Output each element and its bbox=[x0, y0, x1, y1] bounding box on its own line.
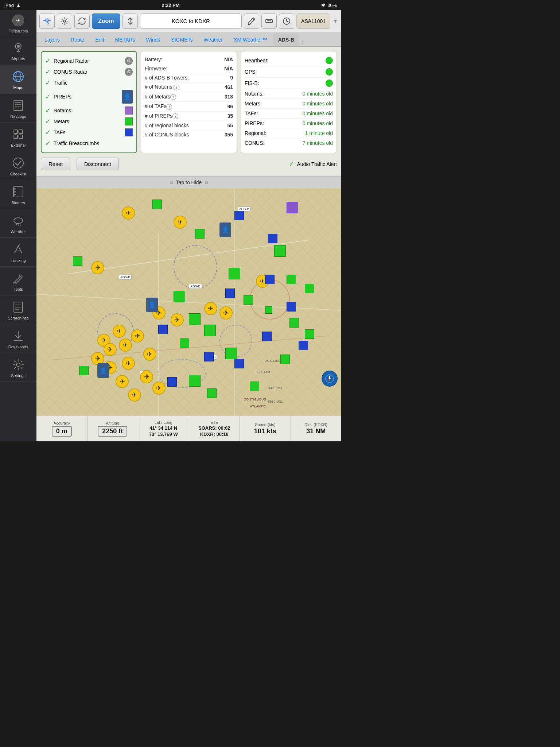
metar-marker-19[interactable] bbox=[189, 375, 201, 387]
conus-radar-gear[interactable]: ⚙ bbox=[125, 68, 133, 76]
taf-marker-3[interactable] bbox=[265, 275, 275, 284]
sidebar-item-tracking[interactable]: Tracking bbox=[0, 238, 36, 267]
tab-sigmets[interactable]: SIGMETs bbox=[166, 34, 198, 46]
traffic-check[interactable]: ✓ bbox=[45, 79, 51, 87]
taf-marker-11[interactable] bbox=[167, 377, 177, 387]
tap-to-hide-bar[interactable]: ≡ Tap to Hide ≡ bbox=[36, 177, 341, 188]
pirep-marker-2[interactable]: 👤 bbox=[146, 298, 158, 312]
map-area[interactable]: ADS-B ADS-B ADS-B ADS-B DS-B ✈ ✈ ✈ ✈ ✈ ✈… bbox=[36, 188, 341, 416]
plane-marker-12[interactable]: ✈ bbox=[143, 348, 156, 361]
plane-marker-21[interactable]: ✈ bbox=[219, 306, 233, 320]
metar-marker-20[interactable] bbox=[250, 382, 259, 391]
taf-marker-4[interactable] bbox=[225, 289, 235, 298]
pencil-btn[interactable] bbox=[244, 13, 259, 29]
clock-btn[interactable] bbox=[279, 13, 294, 29]
tab-winds[interactable]: Winds bbox=[141, 34, 165, 46]
metars-check[interactable]: ✓ bbox=[45, 117, 51, 125]
notam-marker-1[interactable] bbox=[287, 202, 298, 213]
metar-marker-3[interactable] bbox=[274, 245, 286, 257]
audio-alert-check[interactable]: ✓ bbox=[289, 160, 294, 168]
metars-color-box[interactable] bbox=[125, 117, 133, 125]
pirep-marker-1[interactable]: 👤 bbox=[219, 222, 231, 237]
taf-marker-10[interactable] bbox=[204, 352, 214, 361]
zoom-btn[interactable]: Zoom bbox=[92, 13, 120, 29]
tab-edit[interactable]: Edit bbox=[90, 34, 109, 46]
chevron-down-icon[interactable]: ▼ bbox=[332, 13, 338, 29]
taf-marker-1[interactable] bbox=[234, 211, 244, 220]
metar-marker-11[interactable] bbox=[189, 313, 201, 325]
taf-marker-9[interactable] bbox=[234, 359, 244, 368]
plane-marker-18[interactable]: ✈ bbox=[152, 382, 166, 395]
plane-marker-11[interactable]: ✈ bbox=[104, 343, 117, 356]
taf-marker-5[interactable] bbox=[287, 302, 296, 311]
plane-marker-10[interactable]: ✈ bbox=[119, 338, 132, 352]
location-btn[interactable] bbox=[39, 13, 55, 29]
metar-marker-8[interactable] bbox=[174, 291, 185, 302]
metar-marker-1[interactable] bbox=[152, 200, 162, 209]
metar-marker-13[interactable] bbox=[204, 325, 216, 336]
tab-adsb[interactable]: ADS-B bbox=[273, 34, 299, 46]
ruler-btn[interactable] bbox=[261, 13, 277, 29]
disconnect-button[interactable]: Disconnect bbox=[77, 158, 119, 170]
sort-btn[interactable] bbox=[122, 13, 138, 29]
taf-marker-8[interactable] bbox=[299, 341, 308, 350]
sidebar-item-airports[interactable]: Airports bbox=[0, 36, 36, 65]
taf-marker-7[interactable] bbox=[262, 332, 272, 341]
metar-marker-4[interactable] bbox=[73, 256, 82, 266]
plane-marker-20[interactable]: ✈ bbox=[204, 302, 217, 315]
tafs-info-icon[interactable]: i bbox=[166, 104, 172, 110]
plane-marker-17[interactable]: ✈ bbox=[116, 375, 129, 388]
metar-marker-9[interactable] bbox=[244, 295, 253, 305]
pireps-info-icon[interactable]: i bbox=[172, 113, 178, 119]
sidebar-item-scratchpad[interactable]: ScratchPad bbox=[0, 295, 36, 324]
plane-marker-1[interactable]: ✈ bbox=[122, 206, 135, 220]
plane-marker-19[interactable]: ✈ bbox=[128, 388, 141, 402]
notams-info-icon[interactable]: i bbox=[174, 85, 179, 90]
tab-metars[interactable]: METARs bbox=[110, 34, 140, 46]
sidebar-item-checklist[interactable]: Checklist bbox=[0, 151, 36, 180]
metar-marker-14[interactable] bbox=[305, 329, 314, 339]
sidebar-item-tools[interactable]: Tools bbox=[0, 267, 36, 295]
route-display[interactable]: KOXC to KDXR bbox=[140, 13, 242, 29]
sync-btn[interactable] bbox=[74, 13, 90, 29]
metar-marker-21[interactable] bbox=[207, 388, 217, 398]
notams-color-box[interactable] bbox=[125, 107, 133, 115]
sidebar-item-fltplan[interactable]: ✈ FltPlan.com bbox=[0, 10, 36, 36]
metar-marker-17[interactable] bbox=[280, 355, 290, 364]
metar-marker-15[interactable] bbox=[180, 338, 189, 348]
gps-compass-btn[interactable] bbox=[322, 371, 338, 387]
tab-route[interactable]: Route bbox=[66, 34, 89, 46]
tab-weather[interactable]: Weather bbox=[199, 34, 228, 46]
plane-marker-2[interactable]: ✈ bbox=[174, 216, 187, 229]
metar-marker-12[interactable] bbox=[289, 318, 299, 328]
metar-marker-18[interactable] bbox=[79, 366, 89, 375]
sidebar-item-weather[interactable]: Weather bbox=[0, 209, 36, 238]
regional-radar-check[interactable]: ✓ bbox=[45, 57, 51, 65]
tafs-check[interactable]: ✓ bbox=[45, 128, 51, 136]
metar-marker-6[interactable] bbox=[287, 275, 296, 284]
pireps-check[interactable]: ✓ bbox=[45, 93, 51, 101]
tab-layers[interactable]: Layers bbox=[39, 34, 65, 46]
sidebar-item-external[interactable]: External bbox=[0, 123, 36, 151]
sidebar-item-navlogs[interactable]: NavLogs bbox=[0, 94, 36, 123]
settings-gear-btn[interactable] bbox=[57, 13, 72, 29]
plane-marker-6[interactable]: ✈ bbox=[171, 313, 184, 326]
tab-more-chevron[interactable]: › bbox=[300, 38, 305, 46]
notams-check[interactable]: ✓ bbox=[45, 107, 51, 115]
metar-marker-2[interactable] bbox=[195, 229, 205, 239]
metar-marker-7[interactable] bbox=[305, 284, 314, 293]
taf-marker-2[interactable] bbox=[268, 234, 277, 243]
pirep-marker-3[interactable]: 👤 bbox=[97, 363, 109, 378]
regional-radar-gear[interactable]: ⚙ bbox=[125, 57, 133, 65]
tafs-color-box[interactable] bbox=[125, 128, 133, 136]
reset-button[interactable]: Reset bbox=[41, 158, 70, 170]
sidebar-item-settings[interactable]: Settings bbox=[0, 353, 36, 382]
breadcrumbs-check[interactable]: ✓ bbox=[45, 139, 51, 147]
sidebar-item-binders[interactable]: Binders bbox=[0, 180, 36, 209]
metar-marker-5[interactable] bbox=[229, 268, 240, 279]
taf-marker-6[interactable] bbox=[158, 325, 168, 334]
tab-xmweather[interactable]: XM Weather™ bbox=[229, 34, 272, 46]
plane-marker-8[interactable]: ✈ bbox=[131, 329, 144, 342]
metar-marker-16[interactable] bbox=[225, 348, 237, 359]
sidebar-item-maps[interactable]: Maps bbox=[0, 65, 36, 94]
